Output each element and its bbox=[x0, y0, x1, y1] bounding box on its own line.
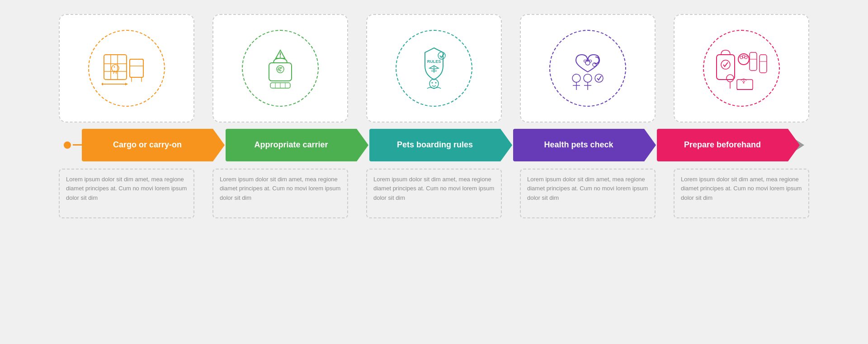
arrow-label-2: Appropriate carrier bbox=[254, 140, 328, 150]
card-health-check bbox=[511, 14, 665, 127]
card-box-boarding-rules: RULES bbox=[366, 14, 502, 123]
arrow-label-3: Pets boarding rules bbox=[397, 140, 473, 150]
text-boxes-row: Lorem ipsum dolor sit dim amet, mea regi… bbox=[23, 169, 845, 218]
arrow-label-5: Prepare beforehand bbox=[684, 140, 761, 150]
arrow-banner-2: Appropriate carrier bbox=[226, 129, 357, 161]
card-prepare bbox=[665, 14, 818, 127]
text-box-2: Lorem ipsum dolor sit dim amet, mea regi… bbox=[212, 169, 348, 218]
arrow-banner-1: Cargo or carry-on bbox=[82, 129, 213, 161]
text-content-3: Lorem ipsum dolor sit dim amet, mea regi… bbox=[373, 176, 494, 202]
infographic: RULES bbox=[23, 14, 845, 330]
card-box-carrier bbox=[212, 14, 348, 123]
text-box-5: Lorem ipsum dolor sit dim amet, mea regi… bbox=[674, 169, 809, 218]
arrow-banner-5: Prepare beforehand bbox=[657, 129, 788, 161]
text-box-3: Lorem ipsum dolor sit dim amet, mea regi… bbox=[366, 169, 502, 218]
connector-line-1 bbox=[73, 144, 82, 146]
card-carrier bbox=[203, 14, 357, 127]
card-box-health-check bbox=[520, 14, 656, 123]
card-box-cargo bbox=[59, 14, 194, 123]
arrow-banner-3: Pets boarding rules bbox=[369, 129, 500, 161]
card-box-prepare bbox=[674, 14, 809, 123]
arrow-label-1: Cargo or carry-on bbox=[113, 140, 182, 150]
text-content-4: Lorem ipsum dolor sit dim amet, mea regi… bbox=[527, 176, 648, 202]
card-cargo bbox=[50, 14, 203, 127]
text-content-5: Lorem ipsum dolor sit dim amet, mea regi… bbox=[681, 176, 802, 202]
text-box-4: Lorem ipsum dolor sit dim amet, mea regi… bbox=[520, 169, 656, 218]
text-content-1: Lorem ipsum dolor sit dim amet, mea regi… bbox=[66, 176, 187, 202]
arrow-label-4: Health pets check bbox=[544, 140, 613, 150]
text-box-1: Lorem ipsum dolor sit dim amet, mea regi… bbox=[59, 169, 194, 218]
cards-row: RULES bbox=[23, 14, 845, 127]
arrow-banner-4: Health pets check bbox=[513, 129, 644, 161]
start-dot bbox=[64, 141, 71, 149]
text-content-2: Lorem ipsum dolor sit dim amet, mea regi… bbox=[220, 176, 340, 202]
card-boarding-rules: RULES bbox=[357, 14, 511, 127]
